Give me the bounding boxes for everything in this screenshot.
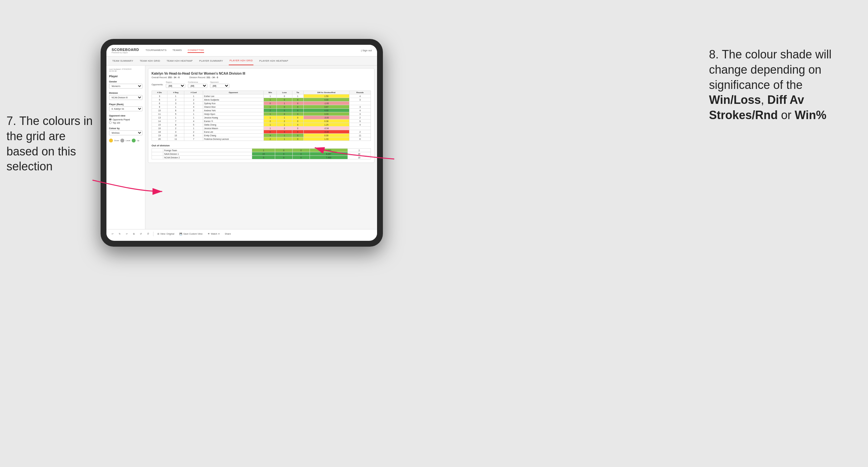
- legend-down-text: Down: [114, 139, 119, 142]
- sub-nav-player-h2h-grid[interactable]: PLAYER H2H GRID: [229, 57, 253, 65]
- table-row: 1151 Heejo Hyun 1 0 0 3.33 3: [152, 112, 371, 116]
- sub-nav-player-h2h-heatmap[interactable]: PLAYER H2H HEATMAP: [259, 57, 289, 65]
- gender-label: Gender: [109, 81, 143, 83]
- division-select[interactable]: NCAA Division III: [109, 95, 143, 100]
- sub-nav-player-summary[interactable]: PLAYER SUMMARY: [198, 57, 224, 65]
- sign-out-link[interactable]: | Sign out: [361, 49, 372, 52]
- table-row: Foreign Team 1 0 0 4.500 2: [152, 149, 371, 152]
- main-content: Last Updated: 27/03/2024 16:55:38 Player…: [106, 66, 377, 229]
- th-loss: Loss: [277, 91, 292, 94]
- filter-row: Opponents: Region (All) Conference (All): [152, 81, 371, 88]
- sidebar-division-section: Division NCAA Division III: [109, 92, 143, 100]
- filter-conference-select[interactable]: (All): [188, 84, 207, 88]
- opponent-view-label: Opponent view: [109, 115, 143, 117]
- th-opponent: Opponent: [203, 91, 264, 94]
- grid-title: Katelyn Vo Head-to-Head Grid for Women's…: [152, 72, 371, 75]
- nav-teams[interactable]: TEAMS: [172, 48, 182, 53]
- sub-nav: TEAM SUMMARY TEAM H2H GRID TEAM H2H HEAT…: [106, 57, 377, 66]
- legend-level-text: Level: [126, 139, 130, 142]
- sidebar-player-title: Player: [109, 75, 143, 78]
- copy-btn[interactable]: ⧉: [132, 232, 136, 236]
- th-tie: Tie: [292, 91, 303, 94]
- undo-btn[interactable]: ↩: [110, 232, 115, 236]
- grid-container: Katelyn Vo Head-to-Head Grid for Women's…: [148, 68, 374, 163]
- division-label: Division: [109, 92, 143, 94]
- th-diff: Diff Av Strokes/Rnd: [303, 91, 349, 94]
- table-row: 311 Esther Lee 1 0 1 1.50 4: [152, 94, 371, 98]
- th-reg: # Reg: [167, 91, 184, 94]
- logo-area: SCOREBOARD Powered by clippd: [112, 48, 139, 54]
- legend-level-circle: [120, 138, 124, 143]
- out-of-division-header: Out of division: [152, 144, 371, 147]
- sidebar-player-rank-section: Player (Rank) 8. Katelyn Vo: [109, 103, 143, 111]
- nav-committee[interactable]: COMMITTEE: [188, 48, 204, 53]
- legend-up-text: Up: [137, 139, 140, 142]
- annotation-left: 7. The colours in the grid are based on …: [6, 114, 94, 174]
- refresh-btn[interactable]: ↺: [138, 232, 143, 236]
- table-row: 914 Sharon Mun 1 0 0 3.67 3: [152, 105, 371, 109]
- table-row: 1311 Jessica Huang 1 1 0 -3.00 2: [152, 116, 371, 119]
- opponent-view-section: Opponent view Opponents Played Top 100: [109, 115, 143, 124]
- opponents-label: Opponents:: [152, 84, 163, 86]
- table-row: 19106 Emily Chang 4 1 0 0.30 11: [152, 134, 371, 137]
- view-original-btn[interactable]: ⊞ View: Original: [156, 232, 176, 236]
- app-header: SCOREBOARD Powered by clippd TOURNAMENTS…: [106, 45, 377, 57]
- sidebar-gender-section: Gender Women's: [109, 81, 143, 89]
- header-right: | Sign out: [361, 49, 372, 52]
- radio-dot-2: [109, 121, 112, 124]
- sidebar: Last Updated: 27/03/2024 16:55:38 Player…: [106, 66, 145, 229]
- filter-region-select[interactable]: (All): [166, 84, 185, 88]
- nav-tournaments[interactable]: TOURNAMENTS: [145, 48, 166, 53]
- radio-top100[interactable]: Top 100: [109, 121, 143, 124]
- table-row: 1474 Eunice Yi 2 2 0 0.38 9: [152, 119, 371, 123]
- th-conf: # Conf: [184, 91, 203, 94]
- table-row: 1585 Stella Cheng 1 1 0 1.25 4: [152, 123, 371, 127]
- player-rank-select[interactable]: 8. Katelyn Vo: [109, 106, 143, 111]
- gender-select[interactable]: Women's: [109, 84, 143, 89]
- logo-sub: Powered by clippd: [112, 52, 139, 54]
- share-btn[interactable]: Share: [224, 232, 232, 236]
- table-row: NAIA Division 1 15 0 0 9.267 30: [152, 152, 371, 156]
- legend-down-circle: [109, 138, 113, 143]
- toolbar: ↩ ↻ ↩ ⧉ ↺ ⏱ ⊞ View: Original 💾 Save Cust…: [106, 229, 377, 238]
- table-row: 1832 Euna Lee 0 3 0 -5.00 2: [152, 130, 371, 134]
- table-row: 1621 Jessica Mason 1 2 0 -0.94: [152, 127, 371, 130]
- overall-record: Overall Record: 353 - 34 - 6: [152, 76, 180, 79]
- colour-by-label: Colour by: [109, 127, 143, 129]
- timer-btn[interactable]: ⏱: [146, 232, 151, 236]
- table-row: 1063 Andrea York 2 0 0 4.00 4: [152, 109, 371, 112]
- logo-text: SCOREBOARD: [112, 48, 139, 52]
- player-rank-label: Player (Rank): [109, 103, 143, 105]
- grid-area: Katelyn Vo Head-to-Head Grid for Women's…: [145, 66, 377, 229]
- nav-items: TOURNAMENTS TEAMS COMMITTEE: [145, 48, 361, 53]
- legend-row: Down Level Up: [109, 138, 143, 143]
- th-win: Win: [264, 91, 277, 94]
- radio-dot-1: [109, 118, 112, 121]
- filter-opponent-label: Opponent: [210, 81, 229, 83]
- sub-nav-team-h2h-heatmap[interactable]: TEAM H2H HEATMAP: [166, 57, 193, 65]
- watch-btn[interactable]: 👁 Watch ▾: [206, 232, 221, 236]
- save-custom-btn[interactable]: 💾 Save Custom View: [178, 232, 204, 236]
- redo-btn[interactable]: ↻: [118, 232, 122, 236]
- records-row: Overall Record: 353 - 34 - 6 Division Re…: [152, 76, 371, 79]
- redo2-btn[interactable]: ↩: [125, 232, 129, 236]
- tablet-frame: SCOREBOARD Powered by clippd TOURNAMENTS…: [101, 39, 383, 247]
- out-of-division-table: Foreign Team 1 0 0 4.500 2 NAIA Division…: [152, 148, 371, 159]
- table-row: 20117 Federica Domecq Lacroze 2 1 0 1.33…: [152, 137, 371, 141]
- table-row: 522 Alexis Sudjianto 1 0 0 4.00 3: [152, 98, 371, 101]
- filter-conference-label: Conference: [188, 81, 207, 83]
- legend-up-circle: [132, 138, 136, 143]
- th-rounds: Rounds: [349, 91, 371, 94]
- filter-opponent: Opponent (All): [210, 81, 229, 88]
- filter-conference: Conference (All): [188, 81, 207, 88]
- sub-nav-team-summary[interactable]: TEAM SUMMARY: [112, 57, 134, 65]
- colour-by-select[interactable]: Win/loss: [109, 130, 143, 135]
- filter-opponent-select[interactable]: (All): [210, 84, 229, 88]
- radio-opponents-played[interactable]: Opponents Played: [109, 118, 143, 121]
- sub-nav-team-h2h-grid[interactable]: TEAM H2H GRID: [139, 57, 161, 65]
- annotation-right: 8. The colour shade will change dependin…: [709, 47, 858, 123]
- data-table: # Div # Reg # Conf Opponent Win Loss Tie…: [152, 91, 371, 141]
- filter-region-label: Region: [166, 81, 185, 83]
- last-updated: Last Updated: 27/03/2024 16:55:38: [109, 68, 143, 72]
- table-row: NCAA Division 2 5 0 0 7.400 10: [152, 156, 371, 159]
